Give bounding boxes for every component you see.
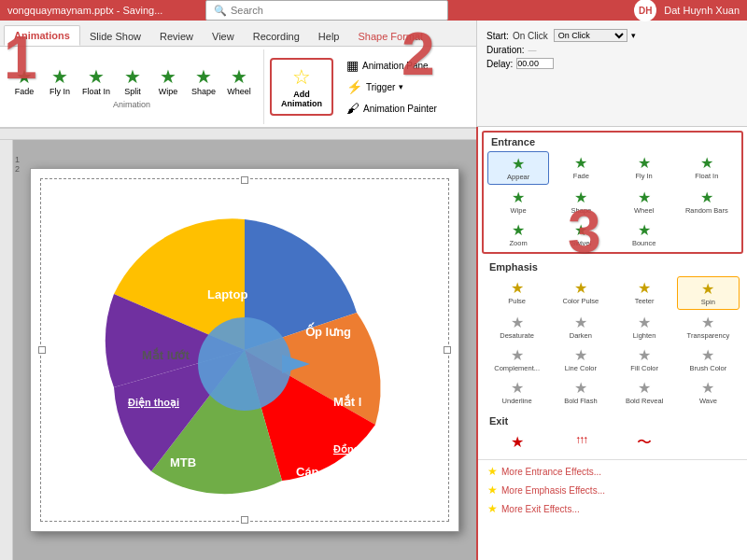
split-icon: ★ [124, 67, 141, 86]
emphasis-linecolor[interactable]: ★ Line Color [549, 343, 612, 375]
entrance-floatin[interactable]: ★ Float In [676, 151, 738, 185]
animation-panel: Entrance ★ Appear ★ Fade ★ Fly In ★ Floa… [476, 127, 747, 560]
slide-number: 1 2 [15, 155, 20, 174]
entrance-randombars[interactable]: ★ Random Bars [676, 186, 738, 217]
emphasis-title: Emphasis [482, 258, 743, 274]
emphasis-brushcolor[interactable]: ★ Brush Color [677, 343, 740, 375]
entrance-wipe[interactable]: ★ Wipe [487, 186, 549, 217]
animation-group: ★ Fade ★ Fly In ★ Float In ★ Split ★ W [7, 49, 264, 124]
ent-floatin-label: Float In [695, 172, 718, 180]
entrance-bounce[interactable]: ★ Bounce [613, 218, 675, 250]
separator-1 [478, 459, 747, 460]
anim-wipe-btn[interactable]: ★ Wipe [151, 65, 185, 98]
delay-label: Delay: [486, 59, 513, 69]
tab-review[interactable]: Review [150, 27, 203, 46]
ent-zoom-icon: ★ [512, 221, 525, 239]
emp-compl-label: Complement... [494, 364, 540, 372]
emphasis-colorpulse[interactable]: ★ Color Pulse [549, 276, 612, 310]
entrance-wheel[interactable]: ★ Wheel [613, 186, 675, 217]
tab-view[interactable]: View [203, 27, 244, 46]
user-avatar: DH [634, 0, 656, 21]
emphasis-underline[interactable]: ★ Underline [486, 376, 548, 408]
entrance-flyin[interactable]: ★ Fly In [613, 151, 675, 185]
anim-wheel-btn[interactable]: ★ Wheel [222, 65, 256, 98]
ent-randbars-label: Random Bars [685, 206, 728, 215]
timing-controls: Start: On Click On Click With Previous A… [476, 21, 747, 127]
emphasis-darken[interactable]: ★ Darken [549, 311, 612, 343]
entrance-appear[interactable]: ★ Appear [487, 151, 549, 185]
emp-teeter-icon: ★ [638, 279, 651, 297]
wipe-label: Wipe [159, 87, 178, 96]
emphasis-section: Emphasis ★ Pulse ★ Color Pulse ★ Teeter … [482, 258, 743, 410]
anim-shape-btn[interactable]: ★ Shape [187, 65, 220, 98]
emphasis-teeter[interactable]: ★ Teeter [613, 276, 676, 310]
emphasis-boldreveal[interactable]: ★ Bold Reveal [613, 376, 676, 408]
emp-darken-icon: ★ [574, 314, 587, 331]
wheel-icon: ★ [231, 67, 247, 86]
tab-recording[interactable]: Recording [244, 27, 309, 46]
anim-floatin-btn[interactable]: ★ Float In [78, 65, 114, 98]
emp-wave-icon: ★ [701, 379, 714, 397]
handle-right[interactable] [444, 346, 451, 354]
anim-split-btn[interactable]: ★ Split [116, 65, 149, 98]
emphasis-desaturate[interactable]: ★ Desaturate [486, 311, 548, 343]
start-chevron: ▾ [631, 31, 636, 40]
add-animation-button[interactable]: ☆ AddAnimation [270, 58, 333, 116]
canvas-area: 1 2 [13, 140, 476, 560]
tab-slideshow[interactable]: Slide Show [80, 27, 150, 46]
emp-desat-label: Desaturate [500, 331, 534, 340]
pane-icon: ▦ [346, 58, 359, 73]
more-exit-icon: ★ [487, 502, 498, 515]
emphasis-pulse[interactable]: ★ Pulse [486, 276, 548, 310]
emp-wave-label: Wave [699, 397, 717, 405]
ent-wheel-label: Wheel [634, 206, 654, 215]
entrance-zoom[interactable]: ★ Zoom [487, 218, 549, 250]
emphasis-transparency[interactable]: ★ Transparency [677, 311, 740, 343]
ent-floatin-icon: ★ [700, 154, 713, 172]
more-entrance-label: More Entrance Effects... [501, 467, 601, 477]
more-entrance-effects-link[interactable]: ★ More Entrance Effects... [478, 462, 747, 481]
emphasis-lighten[interactable]: ★ Lighten [613, 311, 676, 343]
handle-top[interactable] [241, 176, 248, 184]
more-emphasis-icon: ★ [487, 483, 498, 497]
emp-linecol-icon: ★ [574, 346, 587, 364]
handle-bottom[interactable] [241, 516, 248, 524]
annotation-3: 3 [568, 202, 601, 261]
entrance-title: Entrance [484, 133, 741, 149]
tab-help[interactable]: Help [309, 27, 349, 46]
duration-value: — [529, 46, 537, 55]
exit-1[interactable]: ★ [486, 430, 548, 455]
emp-spin-icon: ★ [701, 280, 714, 298]
selection-border [40, 178, 449, 522]
emphasis-spin[interactable]: ★ Spin [677, 276, 740, 310]
wheel-label: Wheel [227, 87, 251, 96]
search-input[interactable] [231, 5, 440, 16]
animation-painter-btn[interactable]: 🖌 Animation Painter [343, 99, 441, 118]
emphasis-fillcolor[interactable]: ★ Fill Color [613, 343, 676, 375]
entrance-fade[interactable]: ★ Fade [550, 151, 612, 185]
ent-wipe-label: Wipe [511, 206, 527, 215]
flyin-icon: ★ [51, 67, 68, 86]
delay-input[interactable] [516, 58, 554, 69]
start-select[interactable]: On Click With Previous After Previous [554, 29, 627, 42]
floatin-label: Float In [82, 87, 110, 96]
appear-label: Appear [507, 173, 529, 181]
more-exit-effects-link[interactable]: ★ More Exit Effects... [478, 499, 747, 518]
flyin-label: Fly In [49, 87, 70, 96]
exit-3[interactable]: 〜 [613, 430, 676, 455]
emp-colorpulse-icon: ★ [574, 279, 587, 297]
exit-1-icon: ★ [511, 433, 524, 451]
emphasis-complement[interactable]: ★ Complement... [486, 343, 548, 375]
emp-desat-icon: ★ [511, 314, 524, 331]
exit-3-icon: 〜 [637, 433, 652, 453]
more-emphasis-effects-link[interactable]: ★ More Emphasis Effects... [478, 481, 747, 499]
emp-teeter-label: Teeter [635, 297, 655, 305]
emp-pulse-label: Pulse [508, 297, 526, 305]
exit-title: Exit [482, 412, 743, 428]
emphasis-wave[interactable]: ★ Wave [677, 376, 740, 408]
exit-2[interactable]: ↑↑↑ [549, 430, 612, 455]
handle-left[interactable] [38, 346, 46, 354]
anim-flyin-btn[interactable]: ★ Fly In [43, 65, 77, 98]
emphasis-boldflash[interactable]: ★ Bold Flash [549, 376, 612, 408]
emp-transp-icon: ★ [701, 314, 714, 331]
